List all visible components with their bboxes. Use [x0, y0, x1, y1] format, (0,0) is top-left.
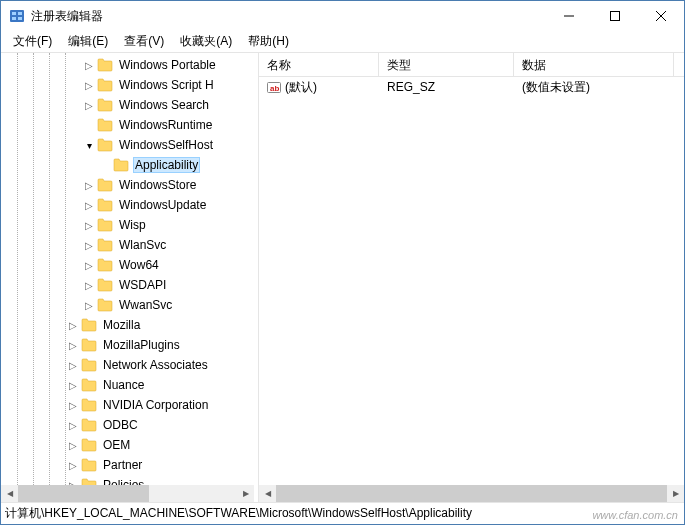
- tree-item[interactable]: ▷OEM: [1, 435, 254, 455]
- tree-item[interactable]: ▷WindowsStore: [1, 175, 254, 195]
- folder-icon: [97, 258, 113, 272]
- tree-item-label: WindowsStore: [117, 177, 198, 193]
- scroll-right-button[interactable]: ▶: [667, 485, 684, 502]
- tree-item[interactable]: ▷WindowsUpdate: [1, 195, 254, 215]
- expand-icon[interactable]: ▷: [65, 457, 81, 473]
- tree-item-label: Windows Portable: [117, 57, 218, 73]
- expand-icon[interactable]: ▷: [65, 417, 81, 433]
- column-header[interactable]: 数据: [514, 53, 674, 76]
- scroll-right-button[interactable]: ▶: [237, 485, 254, 502]
- tree-item[interactable]: ▷NVIDIA Corporation: [1, 395, 254, 415]
- expand-icon[interactable]: ▷: [81, 177, 97, 193]
- tree-item[interactable]: ▷Policies: [1, 475, 254, 485]
- content-area: ▷Windows Portable▷Windows Script H▷Windo…: [1, 53, 684, 502]
- window-controls: [546, 1, 684, 31]
- tree-item[interactable]: ▷Windows Script H: [1, 75, 254, 95]
- tree-item-label: MozillaPlugins: [101, 337, 182, 353]
- expand-icon[interactable]: ▷: [65, 377, 81, 393]
- scroll-track[interactable]: [276, 485, 667, 502]
- app-icon: [9, 8, 25, 24]
- registry-tree[interactable]: ▷Windows Portable▷Windows Script H▷Windo…: [1, 53, 254, 485]
- tree-item-label: Windows Search: [117, 97, 211, 113]
- tree-item-label: ODBC: [101, 417, 140, 433]
- expand-icon[interactable]: ▷: [65, 437, 81, 453]
- tree-horizontal-scrollbar[interactable]: ◀ ▶: [1, 485, 254, 502]
- expand-icon[interactable]: ▷: [81, 297, 97, 313]
- collapse-icon[interactable]: ▾: [81, 137, 97, 153]
- expand-icon[interactable]: ▷: [81, 257, 97, 273]
- titlebar[interactable]: 注册表编辑器: [1, 1, 684, 31]
- minimize-button[interactable]: [546, 1, 592, 31]
- column-header[interactable]: 类型: [379, 53, 514, 76]
- tree-item-label: WindowsSelfHost: [117, 137, 215, 153]
- tree-item-label: OEM: [101, 437, 132, 453]
- folder-icon: [81, 418, 97, 432]
- list-pane: 名称类型数据 ab(默认)REG_SZ(数值未设置) ◀ ▶: [258, 53, 684, 502]
- menubar: 文件(F)编辑(E)查看(V)收藏夹(A)帮助(H): [1, 31, 684, 53]
- close-button[interactable]: [638, 1, 684, 31]
- expand-icon[interactable]: ▷: [65, 337, 81, 353]
- expand-icon[interactable]: ▷: [81, 97, 97, 113]
- scroll-thumb[interactable]: [18, 485, 149, 502]
- tree-item[interactable]: ▷MozillaPlugins: [1, 335, 254, 355]
- maximize-button[interactable]: [592, 1, 638, 31]
- window-title: 注册表编辑器: [31, 8, 546, 25]
- folder-icon: [113, 158, 129, 172]
- tree-item[interactable]: ▷WlanSvc: [1, 235, 254, 255]
- tree-item[interactable]: ▷Wisp: [1, 215, 254, 235]
- tree-item[interactable]: WindowsRuntime: [1, 115, 254, 135]
- expand-icon[interactable]: ▷: [65, 397, 81, 413]
- tree-item-label: WwanSvc: [117, 297, 174, 313]
- folder-icon: [81, 478, 97, 485]
- column-header[interactable]: 名称: [259, 53, 379, 76]
- scroll-thumb[interactable]: [276, 485, 667, 502]
- svg-rect-1: [12, 12, 16, 15]
- tree-item[interactable]: ▷Windows Portable: [1, 55, 254, 75]
- scroll-track[interactable]: [18, 485, 237, 502]
- folder-icon: [97, 218, 113, 232]
- expand-icon[interactable]: ▷: [81, 77, 97, 93]
- menu-item[interactable]: 收藏夹(A): [172, 31, 240, 52]
- folder-icon: [81, 338, 97, 352]
- list-row[interactable]: ab(默认)REG_SZ(数值未设置): [259, 77, 684, 97]
- expand-icon[interactable]: ▷: [65, 477, 81, 485]
- registry-editor-window: 注册表编辑器 文件(F)编辑(E)查看(V)收藏夹(A)帮助(H): [0, 0, 685, 525]
- tree-item[interactable]: ▷Windows Search: [1, 95, 254, 115]
- menu-item[interactable]: 查看(V): [116, 31, 172, 52]
- expand-icon[interactable]: ▷: [81, 237, 97, 253]
- expand-icon[interactable]: ▷: [81, 277, 97, 293]
- folder-icon: [97, 78, 113, 92]
- scroll-left-button[interactable]: ◀: [259, 485, 276, 502]
- expand-icon[interactable]: ▷: [65, 357, 81, 373]
- tree-item[interactable]: ▷Network Associates: [1, 355, 254, 375]
- menu-item[interactable]: 帮助(H): [240, 31, 297, 52]
- expand-icon[interactable]: ▷: [81, 197, 97, 213]
- tree-item[interactable]: ▷Partner: [1, 455, 254, 475]
- string-value-icon: ab: [267, 80, 281, 94]
- folder-icon: [97, 198, 113, 212]
- expand-icon[interactable]: ▷: [65, 317, 81, 333]
- folder-icon: [97, 58, 113, 72]
- tree-item[interactable]: ▷Nuance: [1, 375, 254, 395]
- tree-item[interactable]: ▷Wow64: [1, 255, 254, 275]
- tree-scroll[interactable]: ▷Windows Portable▷Windows Script H▷Windo…: [1, 53, 254, 485]
- menu-item[interactable]: 文件(F): [5, 31, 60, 52]
- tree-item[interactable]: ▷WwanSvc: [1, 295, 254, 315]
- list-body[interactable]: ab(默认)REG_SZ(数值未设置): [259, 77, 684, 485]
- tree-item-label: Nuance: [101, 377, 146, 393]
- folder-icon: [97, 278, 113, 292]
- svg-rect-0: [10, 10, 24, 22]
- menu-item[interactable]: 编辑(E): [60, 31, 116, 52]
- expand-icon[interactable]: ▷: [81, 57, 97, 73]
- list-horizontal-scrollbar[interactable]: ◀ ▶: [259, 485, 684, 502]
- tree-item[interactable]: ▾WindowsSelfHost: [1, 135, 254, 155]
- folder-icon: [97, 118, 113, 132]
- tree-item[interactable]: ▷Mozilla: [1, 315, 254, 335]
- tree-item[interactable]: ▷WSDAPI: [1, 275, 254, 295]
- tree-item[interactable]: Applicability: [1, 155, 254, 175]
- folder-icon: [81, 318, 97, 332]
- scroll-left-button[interactable]: ◀: [1, 485, 18, 502]
- tree-item[interactable]: ▷ODBC: [1, 415, 254, 435]
- folder-icon: [81, 438, 97, 452]
- expand-icon[interactable]: ▷: [81, 217, 97, 233]
